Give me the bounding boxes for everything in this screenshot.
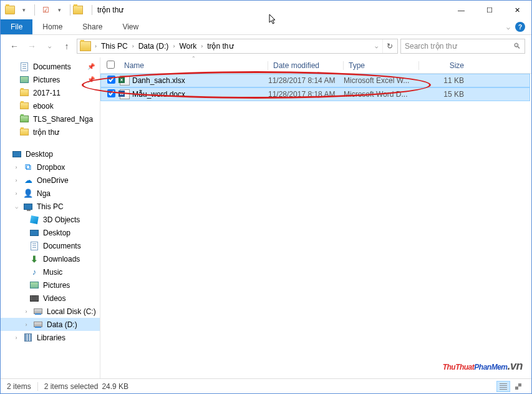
title-bar: ▾ ☑ ▾ trộn thư — ☐ ✕ [1, 1, 531, 19]
user-icon: 👤 [23, 189, 33, 199]
separator [70, 4, 70, 16]
file-list[interactable]: ⌃Name Date modified Type Size Danh_sach.… [100, 57, 531, 378]
window-folder-icon [73, 6, 83, 14]
sidebar-item-diskc[interactable]: ›Local Disk (C:) [1, 305, 100, 318]
close-button[interactable]: ✕ [503, 1, 531, 19]
chevron-right-icon[interactable]: › [171, 43, 177, 49]
select-all-checkbox[interactable] [107, 61, 119, 71]
address-bar[interactable]: › This PC › Data (D:) › Work › trộn thư … [77, 39, 398, 54]
shared-folder-icon [19, 114, 29, 124]
disk-icon [33, 320, 43, 330]
chevron-right-icon[interactable]: › [130, 43, 136, 49]
minimize-button[interactable]: — [447, 1, 475, 19]
refresh-button[interactable]: ↻ [382, 39, 396, 53]
folder-icon[interactable] [4, 4, 16, 16]
window-title: trộn thư [97, 6, 123, 14]
separator [34, 4, 35, 16]
sidebar-item-desktop2[interactable]: Desktop [1, 226, 100, 239]
column-name[interactable]: ⌃Name [119, 61, 268, 70]
breadcrumb-drive[interactable]: Data (D:) [137, 42, 171, 51]
window-controls: — ☐ ✕ [447, 1, 531, 19]
sidebar-item-dropbox[interactable]: ›⧉Dropbox [1, 160, 100, 174]
file-tab[interactable]: File [1, 19, 32, 34]
collapse-icon[interactable]: ⌵ [13, 204, 19, 210]
up-button[interactable]: ↑ [59, 39, 74, 54]
forward-button[interactable]: → [24, 39, 39, 54]
sidebar-item-libraries[interactable]: ›Libraries [1, 331, 100, 344]
sidebar-item-3dobjects[interactable]: 3D Objects [1, 213, 100, 226]
libraries-icon [23, 333, 33, 343]
home-tab[interactable]: Home [32, 19, 72, 34]
document-icon [19, 62, 29, 72]
collapse-ribbon-icon[interactable]: ⌵ [506, 24, 510, 31]
column-size[interactable]: Size [419, 61, 475, 70]
expand-icon[interactable]: › [13, 190, 19, 197]
view-tab[interactable]: View [112, 19, 148, 34]
sidebar-item-desktop[interactable]: Desktop [1, 147, 100, 160]
recent-dropdown[interactable]: ⌵ [42, 39, 57, 54]
separator [37, 382, 38, 391]
pin-icon: 📌 [87, 76, 95, 83]
sidebar-item-pictures2[interactable]: Pictures [1, 278, 100, 292]
downloads-icon: ⬇ [29, 254, 39, 264]
search-input[interactable]: Search trộn thư 🔍︎ [400, 39, 525, 54]
file-row[interactable]: Danh_sach.xlsx 11/28/2017 8:14 AM Micros… [100, 74, 530, 87]
help-icon[interactable]: ? [515, 22, 525, 32]
row-checkbox[interactable] [107, 89, 120, 99]
sidebar-item-tronthu[interactable]: trộn thư [1, 126, 100, 139]
details-view-button[interactable] [496, 381, 510, 392]
sidebar-item-tls[interactable]: TLS_Shared_Nga [1, 112, 100, 126]
file-row[interactable]: Mẫu_word.docx 11/28/2017 8:18 AM Microso… [100, 87, 530, 101]
sidebar-item-documents[interactable]: Documents📌 [1, 60, 100, 73]
sidebar-item-music[interactable]: ♪Music [1, 265, 100, 278]
column-headers: ⌃Name Date modified Type Size [100, 57, 531, 74]
sidebar-item-diskd[interactable]: ›Data (D:) [1, 318, 100, 331]
expand-icon[interactable]: › [13, 335, 19, 341]
sidebar-item-documents2[interactable]: Documents [1, 239, 100, 252]
sort-asc-icon: ⌃ [191, 56, 196, 61]
maximize-button[interactable]: ☐ [475, 1, 503, 19]
sidebar-item-pictures[interactable]: Pictures📌 [1, 73, 100, 86]
column-type[interactable]: Type [344, 61, 418, 70]
watermark: ThuThuatPhanMem.vn [443, 357, 523, 373]
back-button[interactable]: ← [7, 39, 22, 54]
word-file-icon [120, 89, 130, 99]
status-selected-count: 2 items selected [44, 382, 99, 391]
expand-icon[interactable]: › [23, 308, 29, 315]
expand-icon[interactable]: › [13, 164, 19, 170]
dropbox-icon: ⧉ [23, 162, 33, 172]
breadcrumb-thispc[interactable]: This PC [99, 42, 130, 51]
thumbnails-view-button[interactable] [511, 381, 525, 392]
pc-icon [23, 202, 33, 212]
videos-icon [29, 293, 39, 303]
sidebar-item-ebook[interactable]: ebook [1, 99, 100, 112]
qat-dropdown-icon[interactable]: ▾ [18, 4, 29, 16]
status-item-count: 2 items [7, 382, 31, 391]
sidebar-item-thispc[interactable]: ⌵This PC [1, 200, 100, 213]
view-switcher [496, 381, 525, 392]
search-icon[interactable]: 🔍︎ [513, 42, 521, 51]
expand-icon[interactable]: › [23, 322, 29, 328]
sidebar-item-downloads[interactable]: ⬇Downloads [1, 252, 100, 265]
address-dropdown-icon[interactable]: ⌵ [371, 43, 382, 49]
breadcrumb-current[interactable]: trộn thư [205, 42, 235, 51]
qat-chevron-icon[interactable]: ▾ [54, 4, 65, 16]
folder-icon [19, 127, 29, 137]
sidebar-item-onedrive[interactable]: ›☁OneDrive [1, 174, 100, 187]
column-date[interactable]: Date modified [268, 61, 343, 70]
row-checkbox[interactable] [107, 76, 120, 86]
navigation-pane[interactable]: Documents📌 Pictures📌 2017-11 ebook TLS_S… [1, 57, 100, 378]
status-bar: 2 items 2 items selected 24.9 KB [1, 378, 531, 393]
disk-icon [33, 307, 43, 317]
sidebar-item-videos[interactable]: Videos [1, 292, 100, 305]
chevron-right-icon[interactable]: › [199, 43, 205, 49]
properties-icon[interactable]: ☑ [40, 4, 51, 16]
share-tab[interactable]: Share [72, 19, 112, 34]
chevron-right-icon[interactable]: › [93, 43, 99, 49]
breadcrumb-work[interactable]: Work [177, 42, 198, 51]
sidebar-item-user[interactable]: ›👤Nga [1, 187, 100, 200]
file-type: Microsoft Word D... [344, 90, 419, 99]
sidebar-item-201711[interactable]: 2017-11 [1, 86, 100, 99]
expand-icon[interactable]: › [13, 177, 19, 184]
file-size: 11 KB [419, 76, 475, 85]
